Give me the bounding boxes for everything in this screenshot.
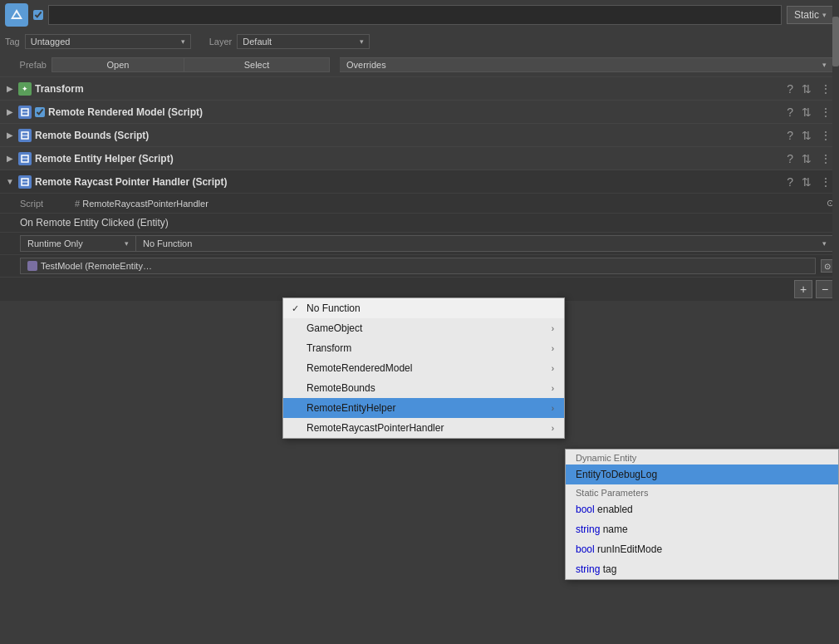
transform-help-icon[interactable]: ? [784,82,796,96]
submenu-item-entity-to-debug-log[interactable]: EntityToDebugLog [566,465,838,484]
transform-expand[interactable]: ▶ [5,84,15,93]
menu-item-remoteentityhelper[interactable]: RemoteEntityHelper › [283,398,564,418]
rrph-settings-icon[interactable]: ⇅ [799,175,814,189]
rb-expand[interactable]: ▶ [5,130,15,140]
rrm-help-icon[interactable]: ? [784,106,796,119]
rrph-row: ▼ Remote Raycast Pointer Handler (Script… [0,170,839,193]
static-dropdown-arrow: ▾ [822,11,827,19]
rrm-checkbox[interactable] [35,107,45,117]
layer-label: Layer [209,37,233,47]
menu-arrow-rb: › [552,384,554,393]
string-keyword-1: string [576,524,600,535]
tag-dropdown-arrow: ▾ [181,37,185,46]
transform-name: Transform [35,83,781,95]
menu-item-transform[interactable]: Transform › [283,338,564,358]
event-header: On Remote Entity Clicked (Entity) [0,213,839,232]
rb-name: Remote Bounds (Script) [35,130,781,141]
submenu-item-string-tag[interactable]: string tag [566,559,838,579]
rb-icon [18,129,32,142]
submenu: Dynamic Entity EntityToDebugLog Static P… [565,449,839,580]
function-dropdown[interactable]: No Function ▾ [136,235,834,252]
layer-dropdown-arrow: ▾ [360,37,364,46]
rb-help-icon[interactable]: ? [784,129,796,142]
rrm-settings-icon[interactable]: ⇅ [799,106,814,119]
reh-icon [18,152,32,165]
rb-settings-icon[interactable]: ⇅ [799,129,814,142]
reh-help-icon[interactable]: ? [784,152,796,165]
menu-arrow-transform: › [552,344,554,353]
menu-item-remotebounds[interactable]: RemoteBounds › [283,378,564,398]
transform-icon: ✦ [18,82,32,96]
transform-settings-icon[interactable]: ⇅ [799,82,814,96]
menu-item-remoterenderedmodel[interactable]: RemoteRenderedModel › [283,358,564,378]
menu-arrow-gameobject: › [552,324,554,333]
rb-menu-icon[interactable]: ⋮ [817,129,834,142]
remote-entity-helper-row: ▶ Remote Entity Helper (Script) ? ⇅ ⋮ [0,146,839,170]
remote-rendered-model-row: ▶ Remote Rendered Model (Script) ? ⇅ ⋮ [0,100,839,123]
rrm-menu-icon[interactable]: ⋮ [817,106,834,119]
string-keyword-2: string [576,563,600,575]
submenu-item-string-name[interactable]: string name [566,519,838,539]
menu-item-remoteraycastpointerhandler[interactable]: RemoteRaycastPointerHandler › [283,418,564,438]
reh-name: Remote Entity Helper (Script) [35,153,781,165]
layer-dropdown[interactable]: Default ▾ [237,34,370,49]
menu-arrow-rrph: › [552,424,554,433]
function-arrow: ▾ [822,239,827,248]
rrm-icon [18,106,32,119]
script-row: Script # RemoteRaycastPointerHandler ⊙ [0,193,839,213]
submenu-item-bool-runineditmode[interactable]: bool runInEditMode [566,539,838,559]
overrides-dropdown[interactable]: Overrides ▾ [340,57,834,72]
submenu-item-bool-enabled[interactable]: bool enabled [566,499,838,519]
rrm-expand[interactable]: ▶ [5,107,15,116]
runtime-arrow: ▾ [125,239,129,248]
rrm-name: Remote Rendered Model (Script) [48,106,781,118]
tag-label: Tag [5,37,20,47]
rrph-help-icon[interactable]: ? [784,175,796,189]
menu-item-no-function[interactable]: ✓ No Function [283,298,564,318]
active-checkbox[interactable] [33,10,43,20]
remove-event-button[interactable]: − [816,280,834,298]
rrph-name: Remote Raycast Pointer Handler (Script) [35,176,781,188]
menu-check-icon: ✓ [292,303,299,314]
runtime-row: Runtime Only ▾ No Function ▾ [0,232,839,254]
prefab-select-button[interactable]: Select [184,57,330,72]
reh-menu-icon[interactable]: ⋮ [817,152,834,165]
submenu-static-header: Static Parameters [566,484,838,499]
rrph-menu-icon[interactable]: ⋮ [817,175,834,189]
tag-dropdown[interactable]: Untagged ▾ [25,34,191,49]
reh-expand[interactable]: ▶ [5,154,15,163]
scrollbar-track[interactable] [832,0,839,301]
dropdown-menu: ✓ No Function GameObject › Transform › R… [282,297,565,439]
overrides-arrow: ▾ [822,61,827,69]
add-event-button[interactable]: + [794,280,812,298]
prefab-row: Prefab Open Select Overrides ▾ [0,53,839,76]
bool-keyword-2: bool [576,543,595,555]
submenu-dynamic-header: Dynamic Entity [566,450,838,465]
remote-bounds-row: ▶ Remote Bounds (Script) ? ⇅ ⋮ [0,123,839,146]
menu-arrow-reh: › [552,404,554,413]
top-bar: TestModel Static ▾ [0,0,839,30]
object-row: TestModel (RemoteEntity… ⊙ [0,254,839,277]
object-field: TestModel (RemoteEntity… [20,258,816,274]
static-button[interactable]: Static ▾ [787,6,834,24]
object-icon [27,261,37,271]
title-input[interactable]: TestModel [48,5,782,25]
transform-component-row: ▶ ✦ Transform ? ⇅ ⋮ [0,76,839,100]
scrollbar-thumb[interactable] [832,17,839,66]
reh-settings-icon[interactable]: ⇅ [799,152,814,165]
rrph-expand[interactable]: ▼ [5,177,15,186]
script-label: Script [20,199,70,209]
prefab-open-button[interactable]: Open [52,57,184,72]
menu-arrow-rrm: › [552,364,554,373]
tag-layer-row: Tag Untagged ▾ Layer Default ▾ [0,30,839,53]
transform-menu-icon[interactable]: ⋮ [817,82,834,96]
unity-logo [5,3,28,27]
menu-item-gameobject[interactable]: GameObject › [283,318,564,338]
prefab-label: Prefab [5,60,47,70]
bool-keyword-1: bool [576,504,595,515]
rrph-icon [18,175,32,189]
script-value: # RemoteRaycastPointerHandler [75,199,822,209]
runtime-dropdown[interactable]: Runtime Only ▾ [20,235,136,252]
